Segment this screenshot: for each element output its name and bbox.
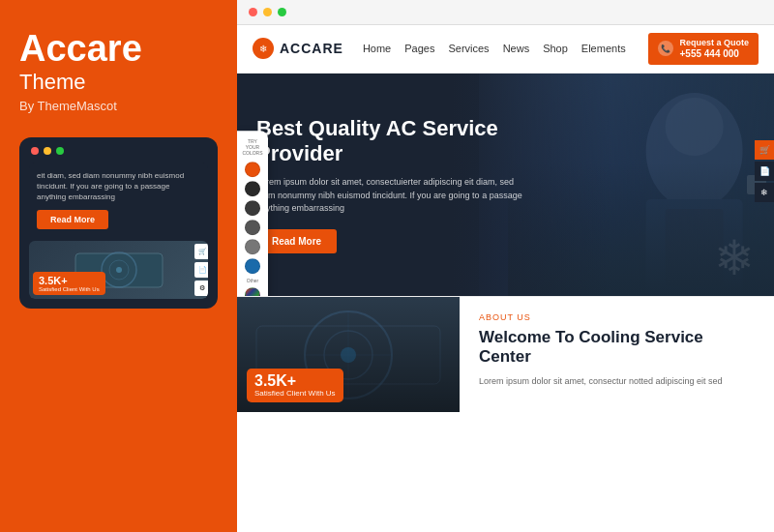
nav-cta-texts: Request a Quote +555 444 000 [679, 38, 749, 60]
mobile-body: eit diam, sed diam nonummy nibh euismod … [29, 163, 208, 300]
bottom-left-img: 3.5K+ Satisfied Client With Us [237, 297, 460, 412]
browser-dot-green [278, 8, 286, 16]
dot-yellow [44, 147, 51, 155]
mobile-read-more-button[interactable]: Read More [37, 210, 108, 229]
color-swatch-darkgray[interactable] [245, 200, 260, 216]
dot-red [31, 147, 39, 155]
nav-cta-label: Request a Quote [679, 38, 749, 48]
mobile-doc-icon: 📄 [194, 262, 208, 278]
browser-chrome [237, 0, 774, 25]
color-picker-overlay: TRY YOURCOLORS Other [237, 131, 268, 296]
about-title: Welcome To Cooling Service Center [479, 328, 755, 368]
site-hero: Best Quality AC Service Provider Lorem i… [237, 74, 774, 296]
nav-link-shop[interactable]: Shop [543, 43, 568, 54]
side-float-icons: 🛒 📄 ❄ [755, 140, 774, 202]
color-picker-title: TRY YOURCOLORS [242, 138, 262, 156]
brand-by: By ThemeMascot [19, 99, 218, 113]
mobile-side-icons: 🛒 📄 ⚙ [194, 244, 208, 296]
browser-dot-red [249, 8, 257, 16]
color-swatch-lightgray[interactable] [245, 239, 260, 254]
color-swatch-blue[interactable] [245, 258, 260, 274]
site-bottom: 3.5K+ Satisfied Client With Us ABOUT US … [237, 296, 774, 412]
mobile-hero-text: eit diam, sed diam nonummy nibh euismod … [29, 163, 208, 207]
left-panel: Accare Theme By ThemeMascot eit diam, se… [0, 0, 237, 532]
nav-link-pages[interactable]: Pages [404, 43, 434, 54]
about-label: ABOUT US [479, 312, 755, 322]
brand-subtitle: Theme [19, 70, 218, 95]
mobile-mockup: eit diam, sed diam nonummy nibh euismod … [19, 137, 218, 310]
mobile-settings-icon: ⚙ [194, 281, 208, 296]
dot-green [56, 147, 64, 155]
hero-title: Best Quality AC Service Provider [256, 116, 527, 167]
mobile-badge-text: Satisfied Client With Us [39, 286, 100, 292]
site-logo: ❄ ACCARE [253, 38, 343, 59]
mobile-badge: 3.5K+ Satisfied Client With Us [33, 272, 105, 295]
snowflake-watermark: ❄ [714, 230, 755, 286]
mobile-dots [29, 147, 208, 155]
nav-cta-phone: +555 444 000 [679, 48, 749, 60]
right-panel: ❄ ACCARE Home Pages Services News Shop E… [237, 0, 774, 532]
site-nav: ❄ ACCARE Home Pages Services News Shop E… [237, 25, 774, 74]
side-cart-icon[interactable]: 🛒 [755, 140, 774, 160]
svg-point-3 [116, 267, 122, 273]
bottom-badge-num: 3.5K+ [254, 373, 336, 389]
side-snowflake-icon[interactable]: ❄ [755, 183, 774, 202]
brand-title: Accare [19, 29, 218, 70]
nav-cta-button[interactable]: 📞 Request a Quote +555 444 000 [648, 33, 759, 65]
about-text: Lorem ipsum dolor sit amet, consectur no… [479, 375, 755, 389]
nav-link-elements[interactable]: Elements [581, 43, 626, 54]
mobile-bottom-section: 3.5K+ Satisfied Client With Us 🛒 📄 ⚙ [29, 241, 208, 299]
logo-text: ACCARE [280, 41, 343, 56]
logo-snowflake-icon: ❄ [253, 38, 274, 59]
nav-link-home[interactable]: Home [363, 43, 391, 54]
phone-icon: 📞 [658, 41, 673, 56]
color-swatch-gray[interactable] [245, 220, 260, 235]
nav-link-news[interactable]: News [503, 43, 530, 54]
side-doc-icon[interactable]: 📄 [755, 162, 774, 181]
hero-content: Best Quality AC Service Provider Lorem i… [237, 116, 547, 253]
color-other-label: Other [247, 278, 259, 283]
mobile-badge-num: 3.5K+ [39, 275, 100, 286]
browser-dot-yellow [263, 8, 272, 16]
color-swatch-dark[interactable] [245, 181, 260, 196]
mobile-cart-icon: 🛒 [194, 244, 208, 259]
nav-link-services[interactable]: Services [448, 43, 489, 54]
color-swatch-gradient[interactable] [245, 287, 260, 296]
color-swatch-orange[interactable] [245, 162, 260, 177]
hero-desc: Lorem ipsum dolor sit amet, consectuiert… [256, 176, 527, 216]
bottom-badge-text: Satisfied Client With Us [254, 389, 336, 398]
hero-read-more-button[interactable]: Read More [256, 229, 337, 253]
bottom-badge: 3.5K+ Satisfied Client With Us [247, 369, 343, 402]
bottom-right-content: ABOUT US Welcome To Cooling Service Cent… [460, 297, 774, 412]
nav-links: Home Pages Services News Shop Elements [363, 43, 649, 54]
